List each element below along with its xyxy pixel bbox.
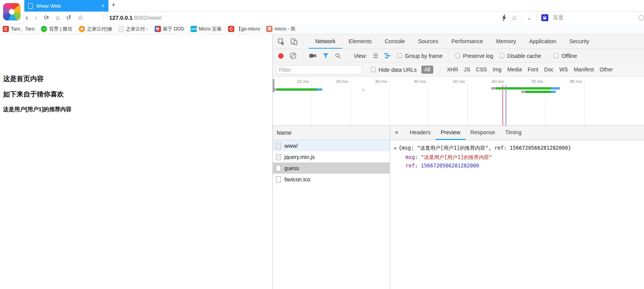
filter-type-css[interactable]: CSS xyxy=(476,67,487,73)
bookmark-item[interactable]: GOMicro 安装 xyxy=(191,26,221,32)
devtools-tab-console[interactable]: Console xyxy=(378,34,411,49)
favorite-star-icon[interactable]: ☆ xyxy=(78,15,83,21)
view-label: View: xyxy=(354,53,367,59)
timeline-tick-label: 50 ms xyxy=(440,79,465,84)
bookmark-item[interactable]: 简micro - 简 xyxy=(266,26,295,32)
checkbox-icon[interactable] xyxy=(554,53,559,58)
preserve-log-option[interactable]: Preserve log xyxy=(455,53,494,59)
reload-icon[interactable]: ⟳ xyxy=(44,15,49,21)
devtools-tab-security[interactable]: Security xyxy=(563,34,596,49)
bookmark-item[interactable]: 快基于 DDD xyxy=(155,26,184,32)
lightning-icon[interactable] xyxy=(502,14,507,21)
browser-tab[interactable]: Www Web × xyxy=(24,0,108,12)
timeline-gridline xyxy=(584,77,585,125)
url-path: :8082/www/ xyxy=(132,15,162,21)
search-engine-label[interactable]: 百度 xyxy=(553,14,564,21)
undo-icon[interactable]: ↺ xyxy=(66,15,71,21)
clear-icon[interactable] xyxy=(290,52,296,59)
json-msg-line: msg: "这是用户[用户1]的推荐内容" xyxy=(394,153,644,162)
devtools-tab-sources[interactable]: Sources xyxy=(412,34,445,49)
detail-tab-timing[interactable]: Timing xyxy=(500,126,526,140)
timeline-gridline xyxy=(350,77,351,125)
bookmark-star-icon[interactable]: ☆ xyxy=(511,14,517,22)
bookmark-item[interactable]: ⋯背景 | 微信 xyxy=(41,26,72,32)
offline-option[interactable]: Offline xyxy=(554,53,577,59)
address-bar[interactable]: 127.0.0.1:8082/www/ xyxy=(109,12,162,24)
filter-type-all[interactable]: All xyxy=(421,66,433,74)
network-overview-timeline[interactable]: 10 ms20 ms30 ms40 ms50 ms60 ms70 ms80 ms xyxy=(273,77,644,126)
home-icon[interactable]: ⌂ xyxy=(56,15,59,21)
view-waterfall-icon[interactable] xyxy=(384,53,391,58)
chevron-down-icon[interactable]: ⌄ xyxy=(527,14,532,21)
detail-tab-preview[interactable]: Preview xyxy=(436,126,465,140)
detail-tab-headers[interactable]: Headers xyxy=(405,126,436,140)
divider xyxy=(303,52,303,60)
checkbox-icon[interactable] xyxy=(371,67,376,72)
bookmark-item[interactable]: CTaro、Taro xyxy=(3,26,34,32)
search-icon[interactable] xyxy=(335,53,341,59)
filter-type-font[interactable]: Font xyxy=(527,67,538,73)
forward-icon[interactable]: › xyxy=(35,13,37,21)
filter-type-ws[interactable]: WS xyxy=(559,67,568,73)
baidu-paw-icon[interactable] xyxy=(541,14,548,21)
timeline-tick-label: 30 ms xyxy=(362,79,387,84)
checkbox-icon[interactable] xyxy=(499,53,504,58)
tree-expand-icon[interactable]: ▼ xyxy=(394,146,396,150)
checkbox-icon[interactable] xyxy=(455,53,460,58)
requests-name-header[interactable]: Name xyxy=(273,126,390,140)
disable-cache-label: Disable cache xyxy=(507,53,541,59)
close-detail-icon[interactable]: × xyxy=(395,129,399,137)
hide-data-urls-option[interactable]: Hide data URLs xyxy=(371,67,417,73)
devtools-tab-network[interactable]: Network xyxy=(309,34,342,49)
device-toolbar-icon[interactable] xyxy=(290,38,298,46)
json-key-msg: msg xyxy=(406,154,415,160)
request-row[interactable]: jquery.min.js xyxy=(273,151,390,162)
view-list-icon[interactable]: ☰ xyxy=(373,53,378,59)
json-value-ref: 1566720566281282000 xyxy=(421,163,479,169)
bookmark-item[interactable]: C【go-micro xyxy=(228,26,260,32)
json-summary-line[interactable]: ▼{msg: "这是用户[用户1]的推荐内容", ref: 1566720566… xyxy=(394,144,644,153)
request-name: www/ xyxy=(284,143,298,149)
filter-input[interactable] xyxy=(276,65,362,74)
request-row[interactable]: www/ xyxy=(273,140,390,151)
bookmark-label: 基于 DDD xyxy=(163,26,184,32)
group-by-frame-option[interactable]: Group by frame xyxy=(397,53,442,59)
record-icon[interactable] xyxy=(278,53,284,59)
bookmark-item[interactable]: 之家云付|修 xyxy=(79,26,112,32)
devtools-tab-performance[interactable]: Performance xyxy=(445,34,490,49)
filter-funnel-icon[interactable] xyxy=(323,53,329,59)
tab-close-icon[interactable]: × xyxy=(101,3,105,9)
new-tab-button[interactable]: + xyxy=(112,1,116,9)
detail-tab-response[interactable]: Response xyxy=(465,126,500,140)
detail-tabs: HeadersPreviewResponseTiming xyxy=(405,126,527,140)
filter-type-media[interactable]: Media xyxy=(507,67,522,73)
filter-type-other[interactable]: Other xyxy=(600,67,613,73)
filter-type-img[interactable]: Img xyxy=(493,67,502,73)
devtools-tab-memory[interactable]: Memory xyxy=(490,34,523,49)
devtools-tab-elements[interactable]: Elements xyxy=(342,34,378,49)
waterfall-bar xyxy=(526,91,551,93)
screenshot-camera-icon[interactable] xyxy=(309,53,316,59)
bookmark-item[interactable]: 之家云付 - xyxy=(119,26,148,32)
filter-type-doc[interactable]: Doc xyxy=(544,67,554,73)
csdn-bookmark-icon: C xyxy=(3,26,9,32)
search-circle-icon[interactable] xyxy=(639,15,644,20)
timeline-gridline xyxy=(467,77,468,125)
checkbox-icon[interactable] xyxy=(397,53,402,58)
page-bookmark-icon xyxy=(119,26,124,32)
browser-logo-box[interactable] xyxy=(0,0,24,24)
go-bookmark-icon: GO xyxy=(191,26,197,32)
bookmark-label: 【go-micro xyxy=(236,26,260,32)
filter-type-manifest[interactable]: Manifest xyxy=(574,67,594,73)
devtools-tab-application[interactable]: Application xyxy=(522,34,563,49)
back-icon[interactable]: ‹ xyxy=(25,13,28,21)
disable-cache-option[interactable]: Disable cache xyxy=(499,53,541,59)
filter-type-xhr[interactable]: XHR xyxy=(447,67,458,73)
json-colon: : xyxy=(415,163,421,169)
request-row[interactable]: guess xyxy=(273,162,390,174)
json-value-msg: "这是用户[用户1]的推荐内容" xyxy=(421,154,492,160)
request-row[interactable]: favicon.ico xyxy=(273,174,390,185)
filter-type-js[interactable]: JS xyxy=(464,67,470,73)
inspect-element-icon[interactable] xyxy=(277,38,285,46)
divider xyxy=(449,52,449,60)
